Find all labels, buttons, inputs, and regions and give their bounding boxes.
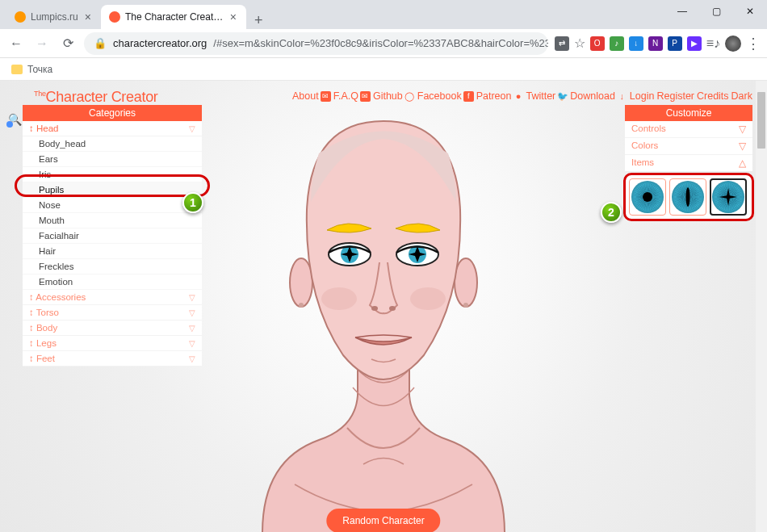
tab-title: The Character Creator - Build vis…	[125, 11, 224, 23]
close-icon[interactable]: ×	[83, 10, 93, 23]
logo-prefix: The	[34, 90, 46, 98]
patreon-icon: ●	[513, 91, 523, 102]
nav-login[interactable]: Login	[630, 90, 655, 102]
subcat-hair[interactable]: Hair	[23, 244, 202, 259]
category-feet[interactable]: ↕ Feet▽	[23, 351, 202, 367]
favicon	[15, 11, 26, 23]
category-body[interactable]: ↕ Body▽	[23, 320, 202, 336]
svg-point-11	[410, 287, 446, 310]
subcat-freckles[interactable]: Freckles	[23, 259, 202, 274]
pupil-option-round[interactable]	[629, 178, 666, 216]
nav-patreon[interactable]: Patreon●	[476, 90, 524, 102]
subcat-iris[interactable]: Iris	[23, 167, 202, 182]
customize-colors[interactable]: Colors▽	[625, 138, 752, 155]
tab-lumpics[interactable]: Lumpics.ru ×	[6, 5, 101, 29]
twitter-icon: 🐦	[557, 91, 568, 102]
ext-icon[interactable]: ♪	[610, 36, 624, 51]
nav-twitter[interactable]: Twitter🐦	[526, 90, 568, 102]
new-tab-button[interactable]: +	[246, 12, 271, 29]
nav-github[interactable]: Github◯	[373, 90, 415, 102]
tab-character-creator[interactable]: The Character Creator - Build vis… ×	[101, 5, 246, 29]
extension-icons: ⇄ ☆ O ♪ ↓ N P ▶ ≡♪ ⋮	[555, 35, 761, 52]
categories-header: Categories	[23, 105, 202, 121]
search-icon[interactable]: 🔍	[8, 113, 22, 126]
customize-controls[interactable]: Controls▽	[625, 121, 752, 138]
favicon	[109, 11, 120, 23]
back-button[interactable]: ←	[6, 34, 26, 53]
ext-icon[interactable]: N	[648, 36, 663, 51]
nav-dark[interactable]: Dark	[731, 90, 752, 102]
svg-point-9	[389, 306, 396, 311]
subcat-body-head[interactable]: Body_head	[23, 136, 202, 152]
bookmark-bar: Точка	[0, 58, 767, 81]
url-path: /#sex=m&skinColor=%23f0c8c9&irisColor=%2…	[213, 37, 547, 49]
menu-icon[interactable]: ⋮	[746, 35, 761, 52]
nav-download[interactable]: Download↓	[570, 90, 627, 102]
star-icon[interactable]: ☆	[574, 36, 585, 51]
scrollbar[interactable]	[756, 81, 767, 532]
category-torso[interactable]: ↕ Torso▽	[23, 305, 202, 320]
window-controls: — ▢ ✕	[665, 0, 767, 23]
customize-items[interactable]: Items△	[625, 155, 752, 171]
nav-facebook[interactable]: Facebookf	[417, 90, 474, 102]
lock-icon: 🔒	[94, 37, 107, 49]
chevron-down-icon: ▽	[189, 293, 195, 302]
svg-point-2	[299, 303, 304, 308]
nav-register[interactable]: Register	[656, 90, 694, 102]
mail-icon: ✉	[321, 91, 331, 102]
pupil-option-star[interactable]	[710, 178, 747, 216]
nav-about[interactable]: About✉	[292, 90, 331, 102]
categories-panel: 🔍 Categories ↕ Head▽ Body_head Ears Iris…	[23, 105, 202, 367]
translate-icon[interactable]: ⇄	[555, 36, 569, 51]
svg-point-10	[321, 287, 357, 310]
pupil-options	[623, 173, 754, 221]
category-accessories[interactable]: ↕ Accessories▽	[23, 290, 202, 305]
nav-faq[interactable]: F.A.Q✉	[333, 90, 371, 102]
folder-icon	[11, 65, 23, 74]
app-logo[interactable]: TheCharacter Creator	[34, 89, 158, 106]
chevron-down-icon: ▽	[189, 324, 195, 333]
address-bar[interactable]: 🔒 charactercreator.org/#sex=m&skinColor=…	[84, 32, 548, 55]
chevron-down-icon: ▽	[189, 339, 195, 348]
close-icon[interactable]: ×	[228, 10, 238, 23]
profile-avatar[interactable]	[725, 36, 741, 52]
category-head[interactable]: ↕ Head▽	[23, 121, 202, 136]
ext-icon[interactable]: ▶	[687, 36, 702, 51]
nav-credits[interactable]: Credits	[697, 90, 729, 102]
playlist-icon[interactable]: ≡♪	[706, 36, 720, 51]
subcat-mouth[interactable]: Mouth	[23, 213, 202, 228]
character-stage: Random Character	[214, 105, 553, 532]
ext-icon[interactable]: O	[590, 36, 605, 51]
browser-tab-strip: Lumpics.ru × The Character Creator - Bui…	[0, 0, 767, 29]
tab-title: Lumpics.ru	[31, 11, 78, 23]
chevron-up-icon: △	[739, 157, 746, 169]
subcat-facialhair[interactable]: Facialhair	[23, 228, 202, 244]
svg-point-3	[463, 303, 468, 308]
chevron-down-icon: ▽	[739, 140, 746, 152]
subcat-emotion[interactable]: Emotion	[23, 274, 202, 290]
github-icon: ◯	[404, 91, 415, 102]
random-character-button[interactable]: Random Character	[326, 509, 440, 532]
customize-panel: Customize Controls▽ Colors▽ Items△ 2	[625, 105, 752, 223]
subcat-ears[interactable]: Ears	[23, 152, 202, 167]
pupil-option-cat[interactable]	[669, 178, 706, 216]
category-legs[interactable]: ↕ Legs▽	[23, 336, 202, 351]
subcat-pupils[interactable]: Pupils	[23, 182, 202, 198]
subcat-nose[interactable]: Nose	[23, 198, 202, 213]
character-svg	[214, 105, 553, 532]
ext-icon[interactable]: P	[668, 36, 682, 51]
maximize-button[interactable]: ▢	[699, 0, 733, 23]
forward-button[interactable]: →	[32, 34, 52, 53]
close-button[interactable]: ✕	[733, 0, 767, 23]
chevron-down-icon: ▽	[189, 354, 195, 363]
ext-icon[interactable]: ↓	[629, 36, 643, 51]
browser-toolbar: ← → ⟳ 🔒 charactercreator.org/#sex=m&skin…	[0, 29, 767, 58]
minimize-button[interactable]: —	[665, 0, 699, 23]
chevron-down-icon: ▽	[189, 124, 195, 133]
callout-2: 2	[601, 202, 622, 223]
customize-header: Customize	[625, 105, 752, 121]
logo-text: Character Creator	[46, 89, 158, 105]
svg-point-8	[371, 306, 378, 311]
bookmark-item[interactable]: Точка	[27, 64, 52, 75]
reload-button[interactable]: ⟳	[58, 34, 78, 53]
